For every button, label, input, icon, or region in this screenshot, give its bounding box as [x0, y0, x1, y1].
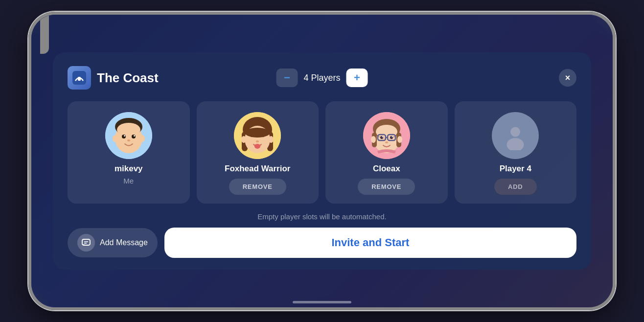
svg-point-11 [113, 135, 117, 142]
svg-point-12 [140, 135, 145, 142]
modal: The Coast − 4 Players + × [53, 52, 591, 270]
svg-point-7 [132, 135, 136, 138]
avatar-mikevy [105, 112, 152, 159]
avatar-emoji-foxhead [234, 112, 281, 159]
phone-frame: The Coast − 4 Players + × [28, 12, 616, 310]
player-name-mikevy: mikevy [115, 164, 143, 174]
modal-header: The Coast − 4 Players + × [68, 66, 576, 90]
home-indicator [293, 301, 351, 303]
player-card-cloeax: Cloeax REMOVE [325, 101, 448, 204]
message-icon [77, 234, 95, 252]
svg-point-19 [256, 140, 259, 142]
invite-start-button[interactable]: Invite and Start [164, 228, 576, 258]
bottom-row: Add Message Invite and Start [68, 228, 576, 258]
automatch-text: Empty player slots will be automatched. [257, 212, 386, 221]
svg-point-35 [391, 137, 392, 138]
minus-button[interactable]: − [276, 69, 298, 87]
svg-point-18 [254, 144, 260, 149]
player-name-foxhead: Foxhead Warrior [225, 164, 290, 174]
player-count-label: 4 Players [303, 73, 340, 83]
svg-point-38 [397, 136, 402, 143]
player-card-mikevy: mikevy Me [68, 101, 190, 204]
svg-point-10 [127, 139, 130, 141]
svg-rect-1 [78, 77, 81, 81]
add-message-button[interactable]: Add Message [68, 228, 158, 257]
svg-point-26 [376, 125, 397, 138]
add-message-label: Add Message [100, 238, 148, 247]
svg-point-22 [245, 128, 270, 138]
remove-cloeax-button[interactable]: REMOVE [358, 179, 415, 195]
person-silhouette-icon [501, 121, 530, 150]
svg-point-37 [371, 136, 376, 143]
avatar-cloeax [363, 112, 410, 159]
svg-point-6 [122, 135, 126, 138]
avatar-emoji-cloeax [363, 112, 410, 159]
modal-footer: Empty player slots will be automatched. … [68, 212, 576, 258]
svg-point-21 [269, 136, 274, 143]
svg-point-9 [134, 135, 135, 137]
player-name-cloeax: Cloeax [373, 164, 400, 174]
svg-point-40 [510, 127, 520, 137]
chat-icon [81, 238, 91, 248]
player-count-control: − 4 Players + [276, 69, 368, 87]
player-card-foxhead: Foxhead Warrior REMOVE [197, 101, 319, 204]
svg-point-5 [117, 123, 140, 137]
avatar-player4 [492, 112, 539, 159]
player-label-mikevy: Me [123, 177, 134, 185]
avatar-foxhead [234, 112, 281, 159]
modal-overlay: The Coast − 4 Players + × [31, 15, 613, 307]
svg-point-8 [124, 135, 125, 137]
svg-point-36 [385, 141, 388, 143]
game-title: The Coast [97, 70, 159, 86]
game-icon [68, 66, 91, 90]
remove-foxhead-button[interactable]: REMOVE [229, 179, 286, 195]
side-button [28, 113, 30, 137]
players-grid: mikevy Me [68, 101, 576, 204]
svg-point-34 [382, 137, 383, 138]
player-card-4: Player 4 ADD [455, 101, 577, 204]
add-player4-button[interactable]: ADD [494, 179, 537, 195]
plus-button[interactable]: + [346, 69, 368, 87]
avatar-emoji-mikevy [105, 112, 152, 159]
close-button[interactable]: × [559, 69, 576, 87]
svg-point-20 [241, 136, 246, 143]
player-name-4: Player 4 [500, 164, 531, 174]
